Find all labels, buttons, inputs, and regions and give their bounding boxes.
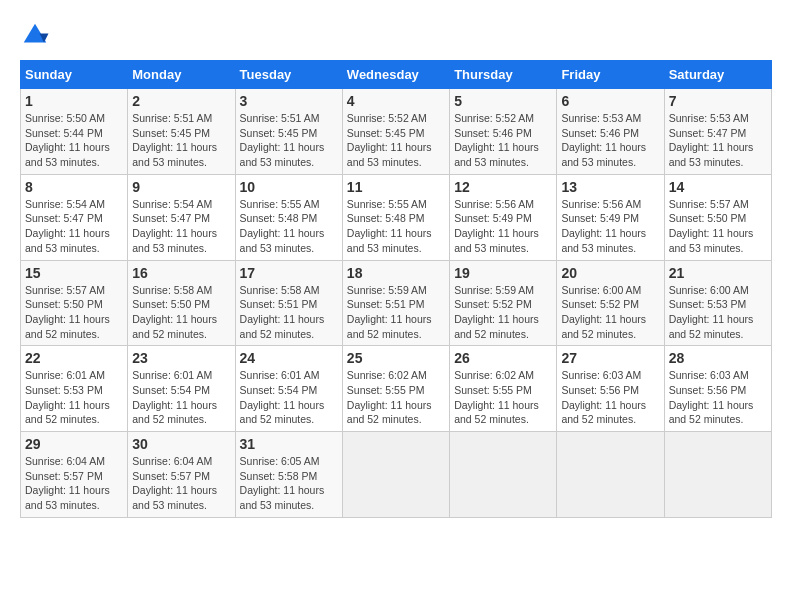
day-number: 4	[347, 93, 445, 109]
calendar-header-row: SundayMondayTuesdayWednesdayThursdayFrid…	[21, 61, 772, 89]
calendar-cell: 3Sunrise: 5:51 AMSunset: 5:45 PMDaylight…	[235, 89, 342, 175]
day-detail: Sunrise: 5:51 AMSunset: 5:45 PMDaylight:…	[240, 111, 338, 170]
calendar-cell: 6Sunrise: 5:53 AMSunset: 5:46 PMDaylight…	[557, 89, 664, 175]
calendar-week-5: 29Sunrise: 6:04 AMSunset: 5:57 PMDayligh…	[21, 432, 772, 518]
column-header-saturday: Saturday	[664, 61, 771, 89]
column-header-monday: Monday	[128, 61, 235, 89]
day-number: 30	[132, 436, 230, 452]
calendar-cell: 19Sunrise: 5:59 AMSunset: 5:52 PMDayligh…	[450, 260, 557, 346]
calendar-cell: 2Sunrise: 5:51 AMSunset: 5:45 PMDaylight…	[128, 89, 235, 175]
day-detail: Sunrise: 6:04 AMSunset: 5:57 PMDaylight:…	[25, 454, 123, 513]
day-detail: Sunrise: 5:58 AMSunset: 5:50 PMDaylight:…	[132, 283, 230, 342]
calendar-cell: 31Sunrise: 6:05 AMSunset: 5:58 PMDayligh…	[235, 432, 342, 518]
day-number: 3	[240, 93, 338, 109]
calendar-cell: 5Sunrise: 5:52 AMSunset: 5:46 PMDaylight…	[450, 89, 557, 175]
day-number: 7	[669, 93, 767, 109]
day-number: 19	[454, 265, 552, 281]
column-header-wednesday: Wednesday	[342, 61, 449, 89]
calendar-cell: 24Sunrise: 6:01 AMSunset: 5:54 PMDayligh…	[235, 346, 342, 432]
day-detail: Sunrise: 5:54 AMSunset: 5:47 PMDaylight:…	[132, 197, 230, 256]
day-number: 2	[132, 93, 230, 109]
calendar-cell	[450, 432, 557, 518]
page-header	[20, 20, 772, 50]
calendar-cell: 11Sunrise: 5:55 AMSunset: 5:48 PMDayligh…	[342, 174, 449, 260]
day-detail: Sunrise: 6:04 AMSunset: 5:57 PMDaylight:…	[132, 454, 230, 513]
day-detail: Sunrise: 6:02 AMSunset: 5:55 PMDaylight:…	[347, 368, 445, 427]
calendar-cell: 29Sunrise: 6:04 AMSunset: 5:57 PMDayligh…	[21, 432, 128, 518]
day-detail: Sunrise: 6:02 AMSunset: 5:55 PMDaylight:…	[454, 368, 552, 427]
calendar-week-4: 22Sunrise: 6:01 AMSunset: 5:53 PMDayligh…	[21, 346, 772, 432]
day-detail: Sunrise: 6:05 AMSunset: 5:58 PMDaylight:…	[240, 454, 338, 513]
day-detail: Sunrise: 5:57 AMSunset: 5:50 PMDaylight:…	[669, 197, 767, 256]
day-detail: Sunrise: 6:01 AMSunset: 5:54 PMDaylight:…	[132, 368, 230, 427]
logo-icon	[20, 20, 50, 50]
calendar-cell: 25Sunrise: 6:02 AMSunset: 5:55 PMDayligh…	[342, 346, 449, 432]
day-number: 23	[132, 350, 230, 366]
day-detail: Sunrise: 6:01 AMSunset: 5:54 PMDaylight:…	[240, 368, 338, 427]
calendar-cell: 28Sunrise: 6:03 AMSunset: 5:56 PMDayligh…	[664, 346, 771, 432]
day-detail: Sunrise: 5:53 AMSunset: 5:46 PMDaylight:…	[561, 111, 659, 170]
day-detail: Sunrise: 5:55 AMSunset: 5:48 PMDaylight:…	[347, 197, 445, 256]
calendar-week-3: 15Sunrise: 5:57 AMSunset: 5:50 PMDayligh…	[21, 260, 772, 346]
day-detail: Sunrise: 6:00 AMSunset: 5:52 PMDaylight:…	[561, 283, 659, 342]
calendar-cell: 15Sunrise: 5:57 AMSunset: 5:50 PMDayligh…	[21, 260, 128, 346]
day-number: 5	[454, 93, 552, 109]
day-detail: Sunrise: 5:54 AMSunset: 5:47 PMDaylight:…	[25, 197, 123, 256]
day-number: 8	[25, 179, 123, 195]
day-number: 22	[25, 350, 123, 366]
day-number: 24	[240, 350, 338, 366]
day-number: 10	[240, 179, 338, 195]
column-header-sunday: Sunday	[21, 61, 128, 89]
day-detail: Sunrise: 5:57 AMSunset: 5:50 PMDaylight:…	[25, 283, 123, 342]
calendar-cell: 1Sunrise: 5:50 AMSunset: 5:44 PMDaylight…	[21, 89, 128, 175]
day-detail: Sunrise: 5:56 AMSunset: 5:49 PMDaylight:…	[454, 197, 552, 256]
day-detail: Sunrise: 5:52 AMSunset: 5:46 PMDaylight:…	[454, 111, 552, 170]
day-number: 15	[25, 265, 123, 281]
day-detail: Sunrise: 5:59 AMSunset: 5:51 PMDaylight:…	[347, 283, 445, 342]
day-detail: Sunrise: 5:59 AMSunset: 5:52 PMDaylight:…	[454, 283, 552, 342]
day-detail: Sunrise: 5:51 AMSunset: 5:45 PMDaylight:…	[132, 111, 230, 170]
day-detail: Sunrise: 5:58 AMSunset: 5:51 PMDaylight:…	[240, 283, 338, 342]
calendar-table: SundayMondayTuesdayWednesdayThursdayFrid…	[20, 60, 772, 518]
day-detail: Sunrise: 5:53 AMSunset: 5:47 PMDaylight:…	[669, 111, 767, 170]
day-detail: Sunrise: 6:01 AMSunset: 5:53 PMDaylight:…	[25, 368, 123, 427]
column-header-tuesday: Tuesday	[235, 61, 342, 89]
day-number: 18	[347, 265, 445, 281]
calendar-cell: 18Sunrise: 5:59 AMSunset: 5:51 PMDayligh…	[342, 260, 449, 346]
day-detail: Sunrise: 5:56 AMSunset: 5:49 PMDaylight:…	[561, 197, 659, 256]
day-number: 28	[669, 350, 767, 366]
day-number: 17	[240, 265, 338, 281]
day-number: 20	[561, 265, 659, 281]
calendar-cell: 12Sunrise: 5:56 AMSunset: 5:49 PMDayligh…	[450, 174, 557, 260]
calendar-cell: 13Sunrise: 5:56 AMSunset: 5:49 PMDayligh…	[557, 174, 664, 260]
calendar-cell: 10Sunrise: 5:55 AMSunset: 5:48 PMDayligh…	[235, 174, 342, 260]
day-number: 25	[347, 350, 445, 366]
day-detail: Sunrise: 6:03 AMSunset: 5:56 PMDaylight:…	[669, 368, 767, 427]
day-detail: Sunrise: 5:50 AMSunset: 5:44 PMDaylight:…	[25, 111, 123, 170]
calendar-cell: 26Sunrise: 6:02 AMSunset: 5:55 PMDayligh…	[450, 346, 557, 432]
calendar-cell: 22Sunrise: 6:01 AMSunset: 5:53 PMDayligh…	[21, 346, 128, 432]
calendar-cell: 9Sunrise: 5:54 AMSunset: 5:47 PMDaylight…	[128, 174, 235, 260]
day-detail: Sunrise: 5:52 AMSunset: 5:45 PMDaylight:…	[347, 111, 445, 170]
day-number: 26	[454, 350, 552, 366]
day-number: 21	[669, 265, 767, 281]
day-detail: Sunrise: 6:00 AMSunset: 5:53 PMDaylight:…	[669, 283, 767, 342]
day-number: 6	[561, 93, 659, 109]
day-number: 1	[25, 93, 123, 109]
day-number: 11	[347, 179, 445, 195]
calendar-cell	[664, 432, 771, 518]
day-number: 27	[561, 350, 659, 366]
calendar-cell: 7Sunrise: 5:53 AMSunset: 5:47 PMDaylight…	[664, 89, 771, 175]
calendar-week-1: 1Sunrise: 5:50 AMSunset: 5:44 PMDaylight…	[21, 89, 772, 175]
calendar-cell: 4Sunrise: 5:52 AMSunset: 5:45 PMDaylight…	[342, 89, 449, 175]
calendar-cell: 23Sunrise: 6:01 AMSunset: 5:54 PMDayligh…	[128, 346, 235, 432]
day-detail: Sunrise: 6:03 AMSunset: 5:56 PMDaylight:…	[561, 368, 659, 427]
day-number: 12	[454, 179, 552, 195]
column-header-thursday: Thursday	[450, 61, 557, 89]
logo	[20, 20, 54, 50]
calendar-cell: 8Sunrise: 5:54 AMSunset: 5:47 PMDaylight…	[21, 174, 128, 260]
day-number: 31	[240, 436, 338, 452]
calendar-week-2: 8Sunrise: 5:54 AMSunset: 5:47 PMDaylight…	[21, 174, 772, 260]
calendar-cell: 14Sunrise: 5:57 AMSunset: 5:50 PMDayligh…	[664, 174, 771, 260]
calendar-cell: 20Sunrise: 6:00 AMSunset: 5:52 PMDayligh…	[557, 260, 664, 346]
